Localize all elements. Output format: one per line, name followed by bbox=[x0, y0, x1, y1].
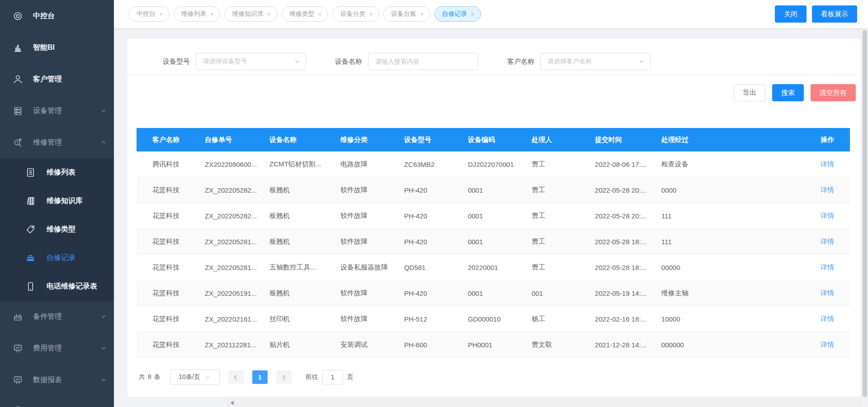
sidebar-item-维修管理[interactable]: 维修管理 bbox=[0, 127, 114, 158]
table-row: 花篮科技ZX_202205281...五轴数控工具...设备私服器故障QD581… bbox=[137, 255, 850, 280]
board-display-button[interactable]: 看板展示 bbox=[812, 5, 857, 23]
sidebar-item-智能BI[interactable]: 智能BI bbox=[0, 32, 114, 63]
next-page-button[interactable] bbox=[276, 370, 292, 384]
sidebar-item-维修知识库[interactable]: 维修知识库 bbox=[0, 187, 114, 215]
tab-close-icon[interactable]: × bbox=[420, 11, 424, 17]
tab-bar: 中控台×维修列表×维修知识库×维修类型×设备分类×设备台账×自修记录× 关闭 看… bbox=[114, 0, 868, 28]
chevron-down-icon bbox=[638, 58, 645, 65]
goto-page: 前往 页 bbox=[306, 370, 354, 384]
sidebar-item-数据报表[interactable]: 数据报表 bbox=[0, 364, 114, 396]
column-header: 处理经过 bbox=[654, 136, 769, 144]
sidebar-item-label: 费用管理 bbox=[33, 344, 100, 353]
sidebar-item-label: 备件管理 bbox=[33, 312, 100, 322]
prev-page-button[interactable] bbox=[228, 370, 244, 384]
table-cell: PH-420 bbox=[397, 289, 461, 297]
tab-维修列表[interactable]: 维修列表× bbox=[174, 6, 221, 22]
table-cell: 杨工 bbox=[524, 315, 588, 323]
table-cell: 花篮科技 bbox=[137, 263, 198, 272]
tab-close-icon[interactable]: × bbox=[471, 11, 475, 17]
table-cell: ZX_202205281... bbox=[198, 238, 262, 246]
table-cell: 10000 bbox=[654, 315, 769, 323]
vertical-scrollbar[interactable] bbox=[862, 28, 868, 407]
sidebar-item-备件管理[interactable]: 备件管理 bbox=[0, 301, 114, 332]
sidebar-item-维修类型[interactable]: 维修类型 bbox=[0, 215, 114, 244]
sidebar-item-partial[interactable] bbox=[0, 396, 114, 407]
detail-link[interactable]: 详情 bbox=[821, 315, 834, 322]
table-cell: 曹文取 bbox=[524, 341, 588, 349]
vertical-scrollbar-thumb[interactable] bbox=[863, 30, 867, 397]
tab-close-icon[interactable]: × bbox=[369, 11, 373, 17]
close-button[interactable]: 关闭 bbox=[775, 5, 807, 23]
detail-link[interactable]: 详情 bbox=[821, 289, 834, 297]
phone-icon bbox=[25, 281, 36, 292]
sidebar-item-中控台[interactable]: 中控台 bbox=[0, 0, 114, 32]
sidebar-item-电话维修记录表[interactable]: 电话维修记录表 bbox=[0, 272, 114, 301]
column-header: 自修单号 bbox=[198, 136, 262, 144]
tab-close-icon[interactable]: × bbox=[318, 11, 322, 17]
export-button[interactable]: 导出 bbox=[734, 84, 765, 101]
detail-link[interactable]: 详情 bbox=[821, 341, 834, 348]
table-cell: ZX2022080600... bbox=[198, 161, 262, 168]
detail-link[interactable]: 详情 bbox=[821, 212, 834, 219]
table-cell: 花篮科技 bbox=[137, 186, 198, 194]
table-row: 花篮科技ZX_202202161...丝印机软件故障PH-512GD000010… bbox=[137, 306, 850, 332]
table-cell: 曹工 bbox=[524, 186, 588, 194]
chevron-down-icon bbox=[205, 374, 211, 380]
sidebar-item-维修列表[interactable]: 维修列表 bbox=[0, 158, 114, 187]
tab-label: 中控台 bbox=[137, 10, 156, 18]
chevron-right-icon bbox=[281, 374, 287, 380]
device-name-input[interactable] bbox=[368, 53, 478, 70]
sidebar-item-label: 维修管理 bbox=[33, 138, 100, 147]
horizontal-scrollbar[interactable] bbox=[228, 399, 868, 407]
tab-自修记录[interactable]: 自修记录× bbox=[434, 6, 481, 22]
column-header: 客户名称 bbox=[137, 136, 198, 144]
filter-device-name: 设备名称 bbox=[335, 53, 478, 70]
table-row: 花篮科技ZX_202112281...贴片机安装调试PH-600PH0001曹文… bbox=[137, 332, 850, 358]
table-cell: 花篮科技 bbox=[137, 341, 198, 349]
tab-close-icon[interactable]: × bbox=[267, 11, 271, 17]
search-button[interactable]: 搜索 bbox=[772, 84, 804, 101]
table-row: 花篮科技ZX_202205282...板翘机软件故障PH-4200001曹工20… bbox=[137, 203, 850, 229]
sidebar-item-客户管理[interactable]: 客户管理 bbox=[0, 63, 114, 95]
detail-link[interactable]: 详情 bbox=[821, 237, 834, 245]
customer-name-select[interactable]: 请选择客户名称 bbox=[540, 53, 651, 70]
table-cell: 丝印机 bbox=[262, 315, 333, 323]
table-cell-actions: 详情 bbox=[769, 237, 850, 246]
customer-name-label: 客户名称 bbox=[507, 57, 534, 66]
sidebar-item-label: 设备管理 bbox=[33, 106, 100, 116]
table-cell: ZX_202205282... bbox=[198, 186, 262, 194]
sidebar-item-自修记录[interactable]: 自修记录 bbox=[0, 244, 114, 272]
tab-close-icon[interactable]: × bbox=[159, 11, 163, 17]
sidebar-item-设备管理[interactable]: 设备管理 bbox=[0, 95, 114, 127]
chevron-down-icon bbox=[100, 313, 107, 320]
table-cell: 2022-05-28 20:... bbox=[588, 186, 654, 194]
column-header: 维修分类 bbox=[333, 136, 397, 144]
tab-中控台[interactable]: 中控台× bbox=[129, 6, 170, 22]
sidebar-item-费用管理[interactable]: 费用管理 bbox=[0, 332, 114, 364]
table-cell: 0001 bbox=[461, 238, 524, 246]
tab-设备分类[interactable]: 设备分类× bbox=[332, 6, 379, 22]
table-cell: PH-512 bbox=[397, 315, 461, 323]
page-number-button[interactable]: 1 bbox=[252, 370, 268, 384]
scroll-left-arrow-icon[interactable] bbox=[231, 401, 234, 405]
detail-link[interactable]: 详情 bbox=[821, 186, 834, 194]
tab-设备台账[interactable]: 设备台账× bbox=[383, 6, 430, 22]
tab-close-icon[interactable]: × bbox=[210, 11, 214, 17]
table-cell: PH-420 bbox=[397, 186, 461, 194]
device-model-select[interactable]: 请选择设备型号 bbox=[196, 53, 306, 70]
chevron-down-icon bbox=[100, 108, 107, 114]
tab-维修知识库[interactable]: 维修知识库× bbox=[224, 6, 278, 22]
tab-维修类型[interactable]: 维修类型× bbox=[282, 6, 329, 22]
detail-link[interactable]: 详情 bbox=[821, 160, 834, 168]
page-size-select[interactable]: 10条/页 bbox=[170, 369, 220, 385]
books-icon bbox=[25, 196, 36, 206]
clear-all-button[interactable]: 清空所有 bbox=[811, 84, 856, 101]
table-cell: 花篮科技 bbox=[137, 212, 198, 220]
table-cell: 2022-05-28 18:... bbox=[588, 238, 654, 246]
detail-link[interactable]: 详情 bbox=[821, 263, 834, 271]
sidebar-submenu: 维修列表维修知识库维修类型自修记录电话维修记录表 bbox=[0, 158, 114, 301]
table-cell: 花篮科技 bbox=[137, 289, 198, 298]
table-cell: 2021-12-28 14:... bbox=[588, 341, 654, 349]
table-cell: 0001 bbox=[461, 289, 524, 297]
goto-page-input[interactable] bbox=[322, 370, 343, 384]
